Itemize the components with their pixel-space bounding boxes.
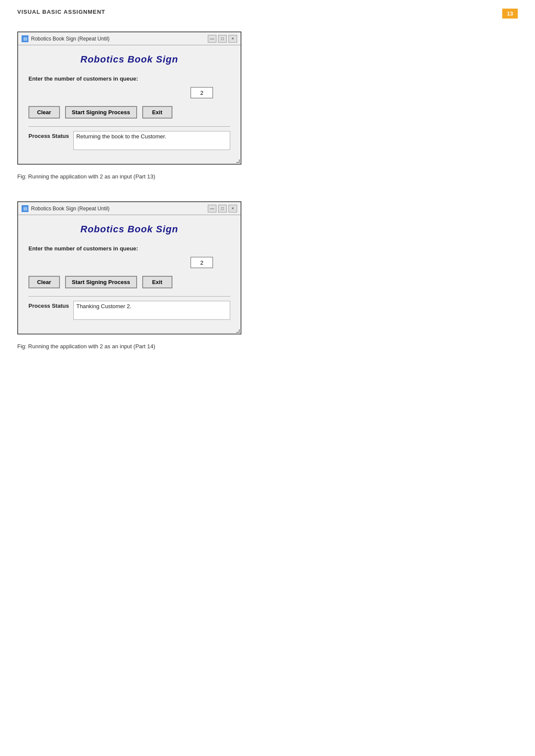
status-label-1: Process Status	[28, 131, 69, 139]
page-header: VISUAL BASIC ASSIGNMENT 13	[17, 9, 518, 19]
app-icon-2: ▤	[22, 205, 28, 212]
titlebar-2: ▤ Robotics Book Sign (Repeat Until) — □ …	[18, 202, 241, 215]
titlebar-controls-2[interactable]: — □ ×	[208, 205, 237, 212]
button-row-2: Clear Start Signing Process Exit	[28, 276, 230, 288]
window-1: ▤ Robotics Book Sign (Repeat Until) — □ …	[17, 31, 241, 165]
start-signing-button-2[interactable]: Start Signing Process	[65, 276, 137, 288]
button-row-1: Clear Start Signing Process Exit	[28, 106, 230, 119]
customer-count-input-2[interactable]	[191, 257, 213, 268]
titlebar-left-1: ▤ Robotics Book Sign (Repeat Until)	[22, 35, 110, 42]
status-row-1: Process Status Returning the book to the…	[28, 131, 230, 155]
window-2: ▤ Robotics Book Sign (Repeat Until) — □ …	[17, 201, 241, 334]
minimize-button-1[interactable]: —	[208, 35, 216, 43]
app-heading-1: Robotics Book Sign	[28, 54, 230, 65]
divider-2	[28, 296, 230, 297]
page-title: VISUAL BASIC ASSIGNMENT	[17, 9, 105, 15]
exit-button-1[interactable]: Exit	[142, 106, 172, 119]
prompt-label-2: Enter the number of customers in queue:	[28, 245, 230, 252]
resize-handle-1	[236, 159, 240, 163]
minimize-button-2[interactable]: —	[208, 205, 216, 212]
clear-button-1[interactable]: Clear	[28, 106, 60, 119]
status-label-2: Process Status	[28, 301, 69, 309]
start-signing-button-1[interactable]: Start Signing Process	[65, 106, 137, 119]
titlebar-1: ▤ Robotics Book Sign (Repeat Until) — □ …	[18, 32, 241, 45]
titlebar-controls-1[interactable]: — □ ×	[208, 35, 237, 43]
caption-2: Fig: Running the application with 2 as a…	[17, 343, 518, 350]
clear-button-2[interactable]: Clear	[28, 276, 60, 288]
customer-count-input-1[interactable]	[191, 87, 213, 98]
input-row-2	[28, 257, 230, 268]
close-button-1[interactable]: ×	[228, 35, 237, 43]
status-row-2: Process Status Thanking Customer 2.	[28, 301, 230, 325]
status-value-2: Thanking Customer 2.	[73, 301, 230, 320]
close-button-2[interactable]: ×	[228, 205, 237, 212]
titlebar-label-1: Robotics Book Sign (Repeat Until)	[31, 36, 110, 42]
caption-1: Fig: Running the application with 2 as a…	[17, 173, 518, 180]
window-body-1: Robotics Book Sign Enter the number of c…	[18, 45, 241, 164]
exit-button-2[interactable]: Exit	[142, 276, 172, 288]
titlebar-label-2: Robotics Book Sign (Repeat Until)	[31, 206, 110, 212]
maximize-button-2[interactable]: □	[218, 205, 227, 212]
prompt-label-1: Enter the number of customers in queue:	[28, 75, 230, 82]
titlebar-left-2: ▤ Robotics Book Sign (Repeat Until)	[22, 205, 110, 212]
input-row-1	[28, 87, 230, 98]
app-icon-1: ▤	[22, 35, 28, 42]
status-value-1: Returning the book to the Customer.	[73, 131, 230, 150]
page-number: 13	[502, 9, 518, 19]
maximize-button-1[interactable]: □	[218, 35, 227, 43]
app-heading-2: Robotics Book Sign	[28, 224, 230, 235]
divider-1	[28, 126, 230, 127]
window-body-2: Robotics Book Sign Enter the number of c…	[18, 215, 241, 334]
resize-handle-2	[236, 329, 240, 333]
